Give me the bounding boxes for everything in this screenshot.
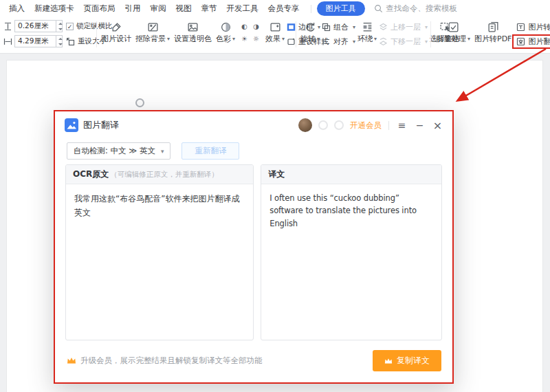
picture-design-button[interactable]: 图片设计	[99, 19, 133, 44]
image-rotate-handle[interactable]	[135, 98, 144, 107]
increase-contrast-icon[interactable]: ◐	[240, 23, 249, 30]
retranslate-button[interactable]: 重新翻译	[182, 142, 239, 160]
copy-translation-button[interactable]: 复制译文	[373, 350, 441, 371]
batch-process-label: 批量处理	[436, 34, 466, 44]
minimize-icon[interactable]: −	[414, 120, 426, 131]
menubar: 插入 新建选项卡 页面布局 引用 审阅 视图 章节 开发工具 会员专享 图片工具…	[0, 0, 550, 17]
chevron-down-icon: ▾	[425, 39, 428, 45]
translation-panel-header: 译文	[261, 165, 441, 184]
color-label: 色彩	[216, 34, 231, 44]
align-icon	[322, 37, 331, 46]
image-to-pdf-icon	[487, 21, 499, 33]
translation-panel-title: 译文	[268, 168, 285, 180]
retranslate-label: 重新翻译	[195, 146, 226, 156]
crown-icon	[384, 358, 393, 364]
width-icon	[3, 37, 12, 46]
dialog-header: 图片翻译 开通会员 ≡ − ×	[65, 118, 443, 133]
group-align-stack: 组合 ▾ 对齐 ▾	[322, 19, 355, 47]
copy-translation-label: 复制译文	[397, 355, 430, 367]
language-selector[interactable]: 自动检测: 中文 ≫ 英文 ▾	[67, 142, 170, 160]
wrap-text-button[interactable]: 环绕▾	[355, 19, 379, 44]
chevron-down-icon: ▾	[282, 36, 285, 42]
set-transparent-button[interactable]: 设置透明色	[172, 19, 214, 44]
bring-forward-button: 上移一层 ▾	[379, 22, 428, 32]
command-search[interactable]: 查找命令、搜索模板	[374, 3, 458, 14]
ocr-panel-title: OCR原文	[73, 168, 109, 180]
reset-size-icon	[66, 37, 75, 46]
chevron-down-icon: ▾	[167, 36, 170, 42]
send-backward-button: 下移一层 ▾	[379, 36, 428, 47]
ocr-source-panel: OCR原文 （可编辑修正原文，并重新翻译） 我常用这款“布谷鸟配音”软件来把图片…	[65, 164, 254, 340]
image-to-text-button[interactable]: 图片转文字	[516, 22, 550, 32]
group-button[interactable]: 组合 ▾	[322, 22, 355, 32]
batch-process-icon	[448, 21, 459, 33]
menu-dev-tools[interactable]: 开发工具	[227, 3, 258, 14]
brightness-contrast-group: ◐ ◑ ☀ ☼	[240, 19, 261, 43]
layer-order-stack: 上移一层 ▾ 下移一层 ▾	[379, 19, 428, 47]
remove-background-label: 抠除背景	[135, 34, 166, 44]
crown-icon	[67, 357, 76, 364]
ocr-source-text[interactable]: 我常用这款“布谷鸟配音”软件来把图片翻译成英文	[66, 184, 253, 228]
rotate-button[interactable]: 旋转▾	[298, 19, 322, 44]
header-divider	[388, 121, 389, 130]
align-button[interactable]: 对齐 ▾	[322, 36, 355, 47]
height-input[interactable]	[15, 21, 56, 32]
color-icon	[220, 21, 232, 33]
effects-button[interactable]: 效果▾	[263, 19, 287, 44]
wrap-text-icon	[362, 21, 373, 33]
remove-background-button[interactable]: 抠除背景▾	[133, 19, 172, 44]
color-button[interactable]: 色彩▾	[214, 19, 237, 44]
image-translate-button[interactable]: 图片翻译	[512, 34, 550, 49]
user-avatar[interactable]	[298, 118, 312, 132]
menu-review[interactable]: 审阅	[151, 3, 166, 14]
ribbon-divider	[296, 21, 296, 47]
image-to-pdf-button[interactable]: 图片转PDF	[472, 19, 514, 44]
close-icon[interactable]: ×	[432, 120, 443, 131]
language-row: 自动检测: 中文 ≫ 英文 ▾ 重新翻译	[67, 142, 239, 160]
height-icon	[3, 22, 12, 31]
image-to-text-icon	[516, 23, 525, 32]
image-translate-dialog: 图片翻译 开通会员 ≡ − × 自动检测: 中文 ≫ 英文 ▾ 重新翻译	[54, 110, 454, 384]
language-selector-value: 自动检测: 中文 ≫ 英文	[74, 146, 155, 156]
border-icon	[287, 23, 296, 32]
upgrade-member-link[interactable]: 开通会员	[350, 120, 382, 131]
menu-section[interactable]: 章节	[201, 3, 217, 14]
menu-insert[interactable]: 插入	[9, 3, 25, 14]
menu-new-tab[interactable]: 新建选项卡	[34, 3, 74, 14]
chevron-down-icon: ▾	[374, 36, 377, 42]
menu-view[interactable]: 视图	[176, 3, 192, 14]
upgrade-note-text: 升级会员，展示完整结果且解锁复制译文等全部功能	[80, 356, 263, 366]
set-transparent-label: 设置透明色	[174, 34, 212, 44]
set-transparent-icon	[187, 21, 199, 33]
size-group	[3, 20, 63, 50]
decrease-brightness-icon[interactable]: ☼	[252, 35, 261, 43]
tab-picture-tools-active[interactable]: 图片工具	[317, 1, 365, 16]
ocr-panel-note: （可编辑修正原文，并重新翻译）	[110, 170, 219, 179]
send-backward-icon	[379, 37, 388, 46]
rotate-icon	[305, 21, 316, 33]
upgrade-note[interactable]: 升级会员，展示完整结果且解锁复制译文等全部功能	[67, 356, 263, 366]
width-stepper[interactable]	[56, 36, 62, 47]
search-placeholder: 查找命令、搜索模板	[386, 3, 458, 14]
menu-page-layout[interactable]: 页面布局	[84, 3, 116, 14]
chevron-down-icon: ▾	[353, 25, 355, 30]
height-stepper[interactable]	[56, 21, 62, 32]
ribbon-divider	[96, 21, 97, 47]
width-input[interactable]	[15, 36, 56, 47]
dialog-app-icon	[65, 118, 78, 132]
bring-forward-icon	[379, 23, 388, 32]
decrease-contrast-icon[interactable]: ◑	[252, 23, 261, 30]
effects-icon	[270, 21, 281, 33]
member-badge-icon	[334, 120, 344, 130]
send-backward-label: 下移一层	[390, 36, 421, 47]
dialog-menu-icon[interactable]: ≡	[396, 120, 408, 131]
menu-member[interactable]: 会员专享	[268, 3, 300, 14]
rotate-label: 旋转	[300, 34, 316, 44]
chevron-down-icon: ▾	[353, 39, 355, 45]
increase-brightness-icon[interactable]: ☀	[240, 35, 249, 43]
picture-edit-group: 图片设计 抠除背景▾ 设置透明色 色彩▾ ◐ ◑ ☀ ☼ 效	[99, 19, 329, 47]
menu-references[interactable]: 引用	[125, 3, 141, 14]
picture-design-icon	[111, 21, 122, 33]
convert-group: 批量处理▾ 图片转PDF 图片转文字 图片翻译	[434, 19, 550, 47]
batch-process-button[interactable]: 批量处理▾	[434, 19, 472, 44]
